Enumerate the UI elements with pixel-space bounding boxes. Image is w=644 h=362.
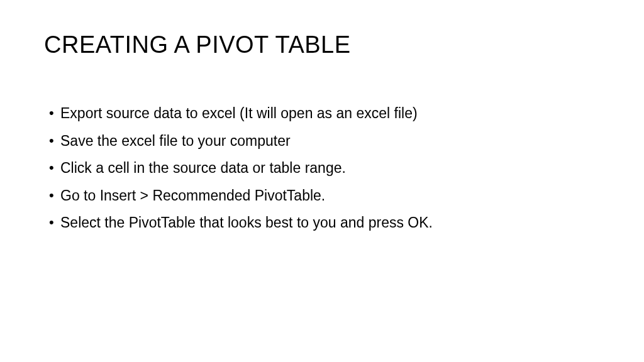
list-item: Save the excel file to your computer [49, 130, 600, 152]
slide-title: CREATING A PIVOT TABLE [44, 31, 600, 58]
list-item: Click a cell in the source data or table… [49, 157, 600, 179]
list-item: Select the PivotTable that looks best to… [49, 212, 600, 234]
list-item: Go to Insert > Recommended PivotTable. [49, 185, 600, 207]
list-item: Export source data to excel (It will ope… [49, 102, 600, 124]
bullet-list: Export source data to excel (It will ope… [44, 102, 600, 234]
